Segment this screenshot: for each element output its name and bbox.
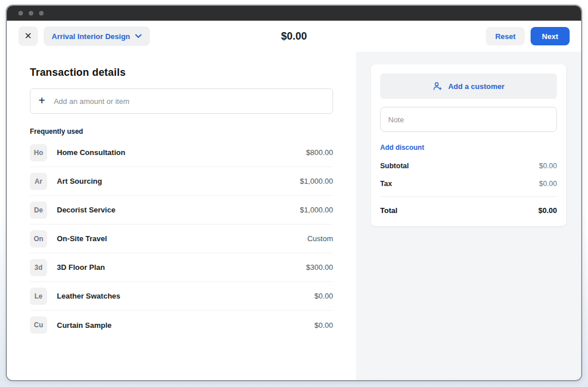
window-dot-icon[interactable]: [29, 11, 33, 16]
item-price: $800.00: [306, 148, 333, 157]
add-item-field[interactable]: +: [30, 88, 333, 114]
add-item-input[interactable]: [53, 96, 324, 106]
page-title: Transaction details: [30, 67, 333, 79]
frequently-used-list: Ho Home Consultation $800.00 Ar Art Sour…: [30, 138, 333, 339]
item-avatar: Ho: [30, 144, 47, 161]
item-price: $0.00: [314, 292, 333, 300]
person-add-icon: [432, 81, 443, 91]
item-price: $1,000.00: [300, 206, 333, 214]
window-titlebar: [7, 6, 581, 21]
add-customer-button[interactable]: Add a customer: [380, 73, 557, 99]
subtotal-row: Subtotal $0.00: [380, 162, 557, 170]
list-item[interactable]: De Decorist Service $1,000.00: [30, 196, 333, 225]
total-value: $0.00: [538, 206, 557, 215]
item-avatar: 3d: [30, 259, 47, 276]
item-avatar: Le: [30, 288, 47, 305]
window-dot-icon[interactable]: [39, 11, 44, 16]
item-name: Leather Swatches: [57, 292, 121, 300]
tax-label: Tax: [380, 180, 392, 188]
transaction-amount: $0.00: [281, 30, 307, 42]
list-item[interactable]: Cu Curtain Sample $0.00: [30, 311, 333, 339]
total-label: Total: [380, 206, 397, 215]
subtotal-label: Subtotal: [380, 162, 409, 170]
item-name: Curtain Sample: [57, 321, 111, 330]
reset-button[interactable]: Reset: [486, 27, 524, 45]
list-item[interactable]: Ar Art Sourcing $1,000.00: [30, 167, 333, 196]
add-discount-link[interactable]: Add discount: [380, 144, 424, 152]
list-item[interactable]: On On-Site Travel Custom: [30, 225, 333, 253]
order-summary-panel: Add a customer Add discount Subtotal $0.…: [356, 52, 581, 381]
item-avatar: Ar: [30, 173, 47, 190]
checkout-toolbar: ✕ Arrival Interior Design $0.00 Reset Ne…: [7, 21, 581, 52]
window-dot-icon[interactable]: [18, 11, 23, 16]
close-button[interactable]: ✕: [18, 26, 38, 46]
item-avatar: De: [30, 202, 47, 219]
content-area: Transaction details + Frequently used Ho…: [7, 52, 581, 381]
toolbar-actions: Reset Next: [486, 27, 570, 45]
item-avatar: Cu: [30, 316, 47, 334]
item-price: $0.00: [314, 321, 333, 330]
plus-icon: +: [38, 95, 45, 106]
app-window: ✕ Arrival Interior Design $0.00 Reset Ne…: [6, 5, 582, 381]
list-item[interactable]: Ho Home Consultation $800.00: [30, 138, 333, 167]
chevron-down-icon: [135, 34, 142, 38]
total-row: Total $0.00: [380, 196, 557, 217]
item-name: Art Sourcing: [57, 177, 102, 185]
item-price: Custom: [307, 234, 333, 243]
account-selector-label: Arrival Interior Design: [52, 32, 130, 41]
tax-row: Tax $0.00: [380, 180, 557, 188]
subtotal-value: $0.00: [539, 162, 557, 170]
add-customer-label: Add a customer: [448, 82, 504, 91]
item-name: Home Consultation: [57, 148, 125, 157]
close-icon: ✕: [24, 32, 32, 41]
list-item[interactable]: Le Leather Swatches $0.00: [30, 282, 333, 311]
transaction-details-panel: Transaction details + Frequently used Ho…: [7, 52, 356, 381]
frequently-used-label: Frequently used: [30, 127, 333, 136]
list-item[interactable]: 3d 3D Floor Plan $300.00: [30, 253, 333, 282]
account-selector[interactable]: Arrival Interior Design: [44, 26, 150, 46]
note-input[interactable]: [380, 107, 557, 132]
item-name: Decorist Service: [57, 206, 115, 214]
order-summary-card: Add a customer Add discount Subtotal $0.…: [371, 64, 566, 226]
item-name: 3D Floor Plan: [57, 263, 105, 272]
next-button[interactable]: Next: [531, 27, 570, 45]
item-price: $300.00: [306, 263, 333, 272]
item-price: $1,000.00: [300, 177, 333, 185]
tax-value: $0.00: [539, 180, 557, 188]
item-avatar: On: [30, 230, 47, 247]
item-name: On-Site Travel: [57, 234, 107, 243]
